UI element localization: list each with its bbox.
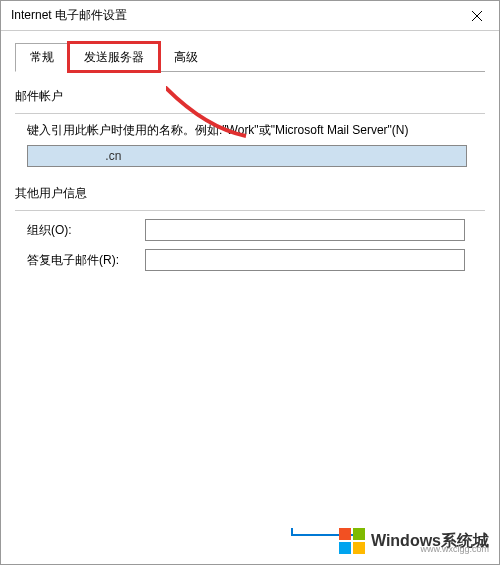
account-desc: 键入引用此帐户时使用的名称。例如:"Work"或"Microsoft Mail … (15, 122, 485, 139)
mail-account-group-title: 邮件帐户 (15, 88, 485, 105)
reply-row: 答复电子邮件(R): (15, 249, 485, 271)
close-button[interactable] (454, 1, 499, 31)
divider (15, 210, 485, 211)
tab-advanced[interactable]: 高级 (159, 43, 213, 71)
dialog-title: Internet 电子邮件设置 (11, 7, 127, 24)
tab-send-server[interactable]: 发送服务器 (69, 43, 159, 71)
close-icon (472, 11, 482, 21)
content-area: 常规 发送服务器 高级 邮件帐户 键入引用此帐户时使用的名称。例如:"Work"… (1, 31, 499, 301)
watermark: Windows系统城 www.wxclgg.com (339, 528, 489, 554)
settings-dialog: Internet 电子邮件设置 常规 发送服务器 高级 邮件帐户 键入引用此帐户… (0, 0, 500, 565)
watermark-url: www.wxclgg.com (420, 544, 489, 554)
reply-input[interactable] (145, 249, 465, 271)
titlebar: Internet 电子邮件设置 (1, 1, 499, 31)
other-user-group: 其他用户信息 组织(O): 答复电子邮件(R): (15, 185, 485, 271)
tab-bar: 常规 发送服务器 高级 (15, 43, 485, 72)
divider (15, 113, 485, 114)
reply-label: 答复电子邮件(R): (27, 252, 145, 269)
account-name-input[interactable] (27, 145, 467, 167)
org-input[interactable] (145, 219, 465, 241)
tab-general[interactable]: 常规 (15, 43, 69, 72)
account-name-row (15, 145, 485, 167)
mail-account-group: 邮件帐户 键入引用此帐户时使用的名称。例如:"Work"或"Microsoft … (15, 88, 485, 167)
other-user-group-title: 其他用户信息 (15, 185, 485, 202)
org-label: 组织(O): (27, 222, 145, 239)
org-row: 组织(O): (15, 219, 485, 241)
windows-logo-icon (339, 528, 365, 554)
